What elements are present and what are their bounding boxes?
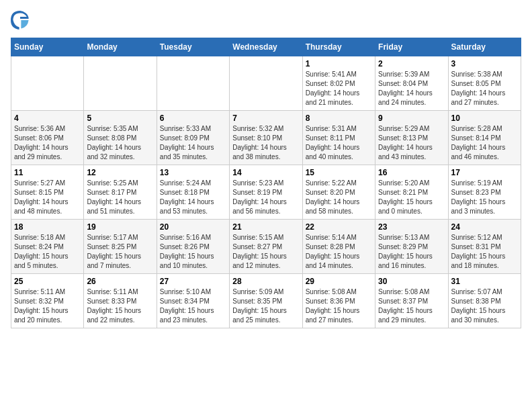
calendar-cell: 16Sunrise: 5:20 AM Sunset: 8:21 PM Dayli… (375, 165, 448, 220)
calendar-cell: 6Sunrise: 5:33 AM Sunset: 8:09 PM Daylig… (157, 111, 229, 165)
day-info: Sunrise: 5:29 AM Sunset: 8:13 PM Dayligh… (378, 124, 445, 162)
day-number: 13 (160, 168, 226, 177)
day-number: 8 (306, 113, 372, 123)
day-number: 2 (378, 59, 445, 68)
calendar-cell: 14Sunrise: 5:23 AM Sunset: 8:19 PM Dayli… (230, 165, 302, 220)
day-number: 20 (160, 222, 226, 232)
calendar-cell: 11Sunrise: 5:27 AM Sunset: 8:15 PM Dayli… (11, 165, 84, 220)
day-info: Sunrise: 5:36 AM Sunset: 8:06 PM Dayligh… (14, 124, 81, 162)
day-info: Sunrise: 5:18 AM Sunset: 8:24 PM Dayligh… (14, 233, 81, 271)
day-info: Sunrise: 5:33 AM Sunset: 8:09 PM Dayligh… (160, 124, 226, 162)
calendar-cell: 18Sunrise: 5:18 AM Sunset: 8:24 PM Dayli… (11, 220, 84, 274)
page-header (11, 11, 521, 30)
day-info: Sunrise: 5:16 AM Sunset: 8:26 PM Dayligh… (160, 233, 226, 271)
day-number: 5 (87, 113, 153, 123)
day-info: Sunrise: 5:39 AM Sunset: 8:04 PM Dayligh… (378, 70, 445, 107)
day-info: Sunrise: 5:24 AM Sunset: 8:18 PM Dayligh… (160, 179, 226, 216)
day-info: Sunrise: 5:35 AM Sunset: 8:08 PM Dayligh… (87, 124, 153, 162)
day-info: Sunrise: 5:32 AM Sunset: 8:10 PM Dayligh… (232, 124, 299, 162)
day-info: Sunrise: 5:13 AM Sunset: 8:29 PM Dayligh… (378, 233, 445, 271)
day-header-thursday: Thursday (302, 38, 375, 56)
calendar-cell: 4Sunrise: 5:36 AM Sunset: 8:06 PM Daylig… (11, 111, 84, 165)
calendar-cell: 22Sunrise: 5:14 AM Sunset: 8:28 PM Dayli… (302, 220, 375, 274)
calendar-cell: 15Sunrise: 5:22 AM Sunset: 8:20 PM Dayli… (302, 165, 375, 220)
calendar-cell: 3Sunrise: 5:38 AM Sunset: 8:05 PM Daylig… (448, 56, 521, 111)
day-number: 7 (232, 113, 299, 123)
day-number: 4 (14, 113, 81, 123)
day-header-sunday: Sunday (11, 38, 84, 56)
calendar-cell: 29Sunrise: 5:08 AM Sunset: 8:36 PM Dayli… (302, 274, 375, 328)
calendar-cell: 19Sunrise: 5:17 AM Sunset: 8:25 PM Dayli… (84, 220, 157, 274)
calendar-cell: 10Sunrise: 5:28 AM Sunset: 8:14 PM Dayli… (448, 111, 521, 165)
calendar-cell: 13Sunrise: 5:24 AM Sunset: 8:18 PM Dayli… (157, 165, 229, 220)
day-info: Sunrise: 5:25 AM Sunset: 8:17 PM Dayligh… (87, 179, 153, 216)
day-number: 1 (306, 59, 372, 68)
calendar-cell: 28Sunrise: 5:09 AM Sunset: 8:35 PM Dayli… (230, 274, 302, 328)
calendar-cell: 24Sunrise: 5:12 AM Sunset: 8:31 PM Dayli… (448, 220, 521, 274)
calendar-cell: 27Sunrise: 5:10 AM Sunset: 8:34 PM Dayli… (157, 274, 229, 328)
day-info: Sunrise: 5:22 AM Sunset: 8:20 PM Dayligh… (306, 179, 372, 216)
day-header-monday: Monday (84, 38, 157, 56)
day-info: Sunrise: 5:11 AM Sunset: 8:32 PM Dayligh… (14, 287, 81, 325)
week-row-2: 4Sunrise: 5:36 AM Sunset: 8:06 PM Daylig… (11, 111, 521, 165)
day-number: 31 (451, 277, 518, 286)
calendar-cell: 26Sunrise: 5:11 AM Sunset: 8:33 PM Dayli… (84, 274, 157, 328)
day-number: 3 (451, 59, 518, 68)
day-info: Sunrise: 5:10 AM Sunset: 8:34 PM Dayligh… (160, 287, 226, 325)
day-number: 30 (378, 277, 445, 286)
day-number: 28 (232, 277, 299, 286)
day-info: Sunrise: 5:28 AM Sunset: 8:14 PM Dayligh… (451, 124, 518, 162)
calendar-cell: 21Sunrise: 5:15 AM Sunset: 8:27 PM Dayli… (230, 220, 302, 274)
calendar-cell: 31Sunrise: 5:07 AM Sunset: 8:38 PM Dayli… (448, 274, 521, 328)
calendar-cell: 20Sunrise: 5:16 AM Sunset: 8:26 PM Dayli… (157, 220, 229, 274)
day-number: 10 (451, 113, 518, 123)
day-info: Sunrise: 5:08 AM Sunset: 8:36 PM Dayligh… (306, 287, 372, 325)
days-header-row: SundayMondayTuesdayWednesdayThursdayFrid… (11, 38, 521, 56)
day-number: 23 (378, 222, 445, 232)
day-header-tuesday: Tuesday (157, 38, 229, 56)
day-info: Sunrise: 5:08 AM Sunset: 8:37 PM Dayligh… (378, 287, 445, 325)
week-row-1: 1Sunrise: 5:41 AM Sunset: 8:02 PM Daylig… (11, 56, 521, 111)
day-info: Sunrise: 5:19 AM Sunset: 8:23 PM Dayligh… (451, 179, 518, 216)
day-number: 16 (378, 168, 445, 177)
calendar-cell: 7Sunrise: 5:32 AM Sunset: 8:10 PM Daylig… (230, 111, 302, 165)
day-number: 9 (378, 113, 445, 123)
calendar-cell: 25Sunrise: 5:11 AM Sunset: 8:32 PM Dayli… (11, 274, 84, 328)
calendar-cell (157, 56, 229, 111)
calendar-cell (84, 56, 157, 111)
day-header-wednesday: Wednesday (230, 38, 302, 56)
calendar-cell (230, 56, 302, 111)
day-number: 18 (14, 222, 81, 232)
day-info: Sunrise: 5:12 AM Sunset: 8:31 PM Dayligh… (451, 233, 518, 271)
calendar-cell: 1Sunrise: 5:41 AM Sunset: 8:02 PM Daylig… (302, 56, 375, 111)
calendar-cell (11, 56, 84, 111)
day-info: Sunrise: 5:11 AM Sunset: 8:33 PM Dayligh… (87, 287, 153, 325)
day-number: 22 (306, 222, 372, 232)
day-number: 29 (306, 277, 372, 286)
logo (11, 11, 32, 30)
day-info: Sunrise: 5:09 AM Sunset: 8:35 PM Dayligh… (232, 287, 299, 325)
day-number: 26 (87, 277, 153, 286)
calendar-cell: 12Sunrise: 5:25 AM Sunset: 8:17 PM Dayli… (84, 165, 157, 220)
week-row-4: 18Sunrise: 5:18 AM Sunset: 8:24 PM Dayli… (11, 220, 521, 274)
logo-icon (11, 11, 30, 30)
week-row-3: 11Sunrise: 5:27 AM Sunset: 8:15 PM Dayli… (11, 165, 521, 220)
day-number: 17 (451, 168, 518, 177)
day-info: Sunrise: 5:41 AM Sunset: 8:02 PM Dayligh… (306, 70, 372, 107)
day-number: 15 (306, 168, 372, 177)
calendar-cell: 23Sunrise: 5:13 AM Sunset: 8:29 PM Dayli… (375, 220, 448, 274)
day-header-friday: Friday (375, 38, 448, 56)
day-number: 21 (232, 222, 299, 232)
day-number: 27 (160, 277, 226, 286)
day-info: Sunrise: 5:15 AM Sunset: 8:27 PM Dayligh… (232, 233, 299, 271)
day-number: 19 (87, 222, 153, 232)
day-info: Sunrise: 5:27 AM Sunset: 8:15 PM Dayligh… (14, 179, 81, 216)
day-info: Sunrise: 5:17 AM Sunset: 8:25 PM Dayligh… (87, 233, 153, 271)
day-number: 6 (160, 113, 226, 123)
day-info: Sunrise: 5:31 AM Sunset: 8:11 PM Dayligh… (306, 124, 372, 162)
day-info: Sunrise: 5:07 AM Sunset: 8:38 PM Dayligh… (451, 287, 518, 325)
calendar-cell: 9Sunrise: 5:29 AM Sunset: 8:13 PM Daylig… (375, 111, 448, 165)
day-number: 14 (232, 168, 299, 177)
calendar-cell: 17Sunrise: 5:19 AM Sunset: 8:23 PM Dayli… (448, 165, 521, 220)
calendar-cell: 30Sunrise: 5:08 AM Sunset: 8:37 PM Dayli… (375, 274, 448, 328)
